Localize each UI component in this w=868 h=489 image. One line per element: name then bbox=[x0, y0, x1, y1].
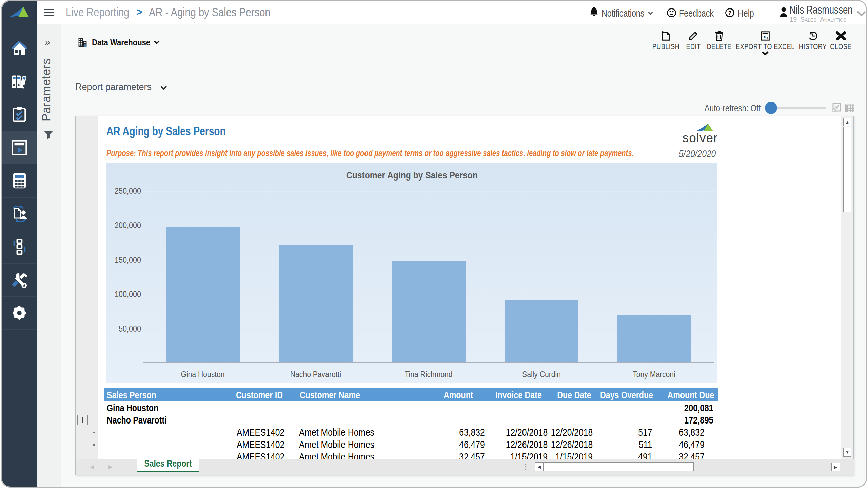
svg-text:?: ? bbox=[728, 10, 731, 16]
svg-text:x: x bbox=[763, 34, 766, 39]
